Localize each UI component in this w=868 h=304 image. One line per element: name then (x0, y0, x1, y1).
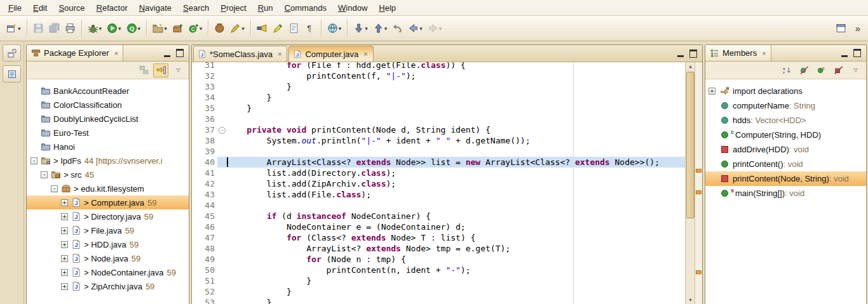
code-line-39[interactable]: 39 (192, 146, 685, 157)
view-menu-button[interactable]: ▽ (170, 63, 186, 77)
member-hdds[interactable]: +hdds : Vector<HDD> (705, 113, 866, 128)
editor-window-button[interactable] (834, 19, 848, 38)
dropdown-arrow-icon[interactable]: ▾ (138, 25, 141, 32)
maximize-button[interactable] (176, 49, 184, 57)
code-line-48[interactable]: 48 ArrayList<? extends Node> tmp = e.get… (192, 243, 685, 254)
tree-item-src[interactable]: -> src45 (27, 168, 189, 182)
member-computername[interactable]: +computerName : String (705, 98, 866, 113)
run-button[interactable]: ▾ (105, 19, 123, 38)
code-line-41[interactable]: 41 list.add(Directory.class); (192, 168, 685, 178)
expander-plus-icon[interactable]: + (61, 255, 68, 262)
minimized-view-button[interactable] (3, 65, 21, 83)
tree-item-bankaccountreader[interactable]: +BankAccountReader (27, 84, 189, 98)
code-line-33[interactable]: 33 } (192, 81, 685, 92)
back-button[interactable]: ▾ (406, 19, 424, 38)
scrollbar-thumb[interactable] (686, 72, 695, 218)
last-edit-location-button[interactable] (390, 19, 405, 38)
member-main-string[interactable]: +smain(String[]) : void (705, 186, 866, 201)
code-line-37[interactable]: 37- private void printContent(Node d, St… (192, 124, 685, 135)
dropdown-arrow-icon[interactable]: ▾ (339, 25, 342, 32)
tree-item-directory-java[interactable]: +> Directory.java59 (27, 209, 189, 223)
code-line-45[interactable]: 45 if (d instanceof NodeContainer) { (192, 211, 685, 221)
external-tools-button[interactable]: ▾ (125, 19, 143, 38)
code-editor[interactable]: 31 for (File f : hdd.get(File.class)) {3… (192, 62, 702, 304)
debug-button[interactable]: ▾ (86, 19, 104, 38)
new-wizard-button[interactable]: ▾ (4, 19, 23, 38)
code-line-35[interactable]: 35 } (192, 103, 685, 114)
menu-help[interactable]: Help (373, 1, 402, 15)
annotation-mark[interactable] (696, 190, 702, 194)
show-selected-element-button[interactable] (287, 19, 301, 38)
dropdown-arrow-icon[interactable]: ▾ (419, 25, 423, 32)
dropdown-arrow-icon[interactable]: ▾ (200, 25, 203, 32)
menu-navigate[interactable]: Navigate (133, 1, 177, 15)
code-line-32[interactable]: 32 printContent(f, "|-"); (192, 70, 685, 81)
menu-file[interactable]: File (3, 1, 27, 15)
tree-item-hanoi[interactable]: +Hanoi (27, 140, 189, 154)
previous-annotation-button[interactable]: ▾ (371, 19, 390, 38)
member-printcontent[interactable]: +printContent() : void (705, 157, 866, 171)
tree-item-colorclassification[interactable]: +ColorClassification (27, 98, 189, 112)
code-line-46[interactable]: 46 NodeContainer e = (NodeContainer) d; (192, 221, 685, 232)
dropdown-arrow-icon[interactable]: ▾ (365, 25, 368, 32)
dropdown-arrow-icon[interactable]: ▾ (241, 25, 245, 32)
tree-item-computer-java[interactable]: +> Computer.java59 (27, 195, 189, 209)
tree-item-euro-test[interactable]: +Euro-Test (27, 126, 189, 140)
menu-commands[interactable]: Commands (279, 1, 332, 15)
code-line-43[interactable]: 43 list.add(File.class); (192, 189, 685, 200)
minimize-button[interactable] (677, 50, 684, 57)
next-annotation-button[interactable]: ▾ (351, 19, 370, 38)
restore-views-button[interactable] (3, 44, 21, 62)
dropdown-arrow-icon[interactable]: ▾ (118, 25, 121, 32)
mark-occurrences-button[interactable] (271, 19, 285, 38)
toolbar-overflow-button[interactable]: » (852, 19, 864, 38)
code-line-42[interactable]: 42 list.add(ZipArchiv.class); (192, 178, 685, 189)
new-java-project-button[interactable]: ▾ (151, 19, 169, 38)
code-line-50[interactable]: 50 printContent(n, ident + "-"); (192, 265, 685, 275)
tree-item-edu-kit-filesystem[interactable]: -> edu.kit.filesystem (27, 182, 189, 195)
new-package-button[interactable] (170, 19, 185, 38)
hide-fields-button[interactable] (796, 63, 811, 77)
tab-someclass-java[interactable]: *SomeClass.java × (193, 46, 287, 62)
expander-plus-icon[interactable]: + (61, 213, 68, 220)
scroll-down-icon[interactable]: ▼ (686, 296, 695, 304)
close-view-icon[interactable]: × (762, 50, 766, 57)
code-line-40[interactable]: 40 ArrayList<Class<? extends Node>> list… (192, 157, 685, 168)
expander-plus-icon[interactable]: + (61, 199, 68, 206)
code-line-53[interactable]: 53 } (192, 297, 685, 304)
minimize-button[interactable] (841, 50, 848, 57)
expander-plus-icon[interactable]: + (61, 283, 68, 290)
collapse-all-button[interactable] (136, 63, 151, 77)
menu-project[interactable]: Project (215, 1, 252, 15)
tree-item-file-java[interactable]: +> File.java59 (27, 223, 189, 237)
expander-plus-icon[interactable]: + (709, 88, 715, 95)
tree-item-hdd-java[interactable]: +> HDD.java59 (27, 237, 189, 251)
tree-item-ipdfs[interactable]: -> IpdFs44 [https://svnserver.i (27, 154, 189, 168)
menu-run[interactable]: Run (252, 1, 279, 15)
dropdown-arrow-icon[interactable]: ▾ (439, 25, 442, 32)
link-with-editor-button[interactable] (153, 63, 168, 77)
close-tab-icon[interactable]: × (363, 50, 367, 58)
annotation-mark[interactable] (696, 169, 702, 173)
dropdown-arrow-icon[interactable]: ▾ (99, 25, 102, 32)
print-button[interactable] (63, 19, 78, 38)
overview-ruler[interactable] (695, 62, 702, 304)
sort-button[interactable] (779, 63, 794, 77)
expander-plus-icon[interactable]: + (61, 227, 68, 234)
dropdown-arrow-icon[interactable]: ▾ (164, 25, 167, 32)
code-line-38[interactable]: 38 System.out.println("|-" + ident + " "… (192, 135, 685, 146)
expander-minus-icon[interactable]: - (51, 185, 58, 192)
annotation-mark[interactable] (696, 270, 702, 274)
expander-minus-icon[interactable]: - (31, 157, 37, 164)
show-whitespace-button[interactable] (302, 19, 317, 38)
new-class-button[interactable]: ▾ (186, 19, 205, 38)
menu-refactor[interactable]: Refactor (91, 1, 133, 15)
package-explorer-tab[interactable]: Package Explorer × (27, 45, 123, 61)
code-line-47[interactable]: 47 for (Class<? extends Node> T : list) … (192, 232, 685, 243)
open-web-browser-button[interactable]: ▾ (325, 19, 344, 38)
menu-source[interactable]: Source (53, 1, 90, 15)
menu-search[interactable]: Search (177, 1, 215, 15)
tree-item-node-java[interactable]: +> Node.java59 (27, 251, 189, 265)
code-line-44[interactable]: 44 (192, 200, 685, 211)
fold-collapse-icon[interactable]: - (219, 127, 226, 134)
